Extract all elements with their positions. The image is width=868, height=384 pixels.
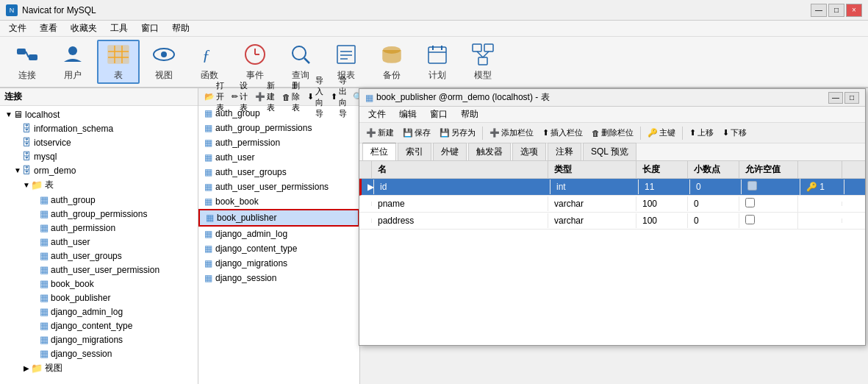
win-saveas-btn[interactable]: 💾 另存为 — [436, 126, 479, 140]
menu-window[interactable]: 窗口 — [135, 21, 165, 36]
cell-null-pname — [739, 196, 798, 212]
toolbar-connect[interactable]: 连接 — [6, 40, 49, 84]
nullable-checkbox-paddress[interactable] — [745, 215, 755, 224]
menu-help[interactable]: 帮助 — [166, 21, 196, 36]
table-row-pname[interactable]: pname varchar 100 0 — [359, 196, 865, 213]
tab-options[interactable]: 选项 — [512, 143, 546, 160]
tree-node-auth-user-groups[interactable]: ▦ auth_user_groups — [1, 249, 196, 263]
win-primary-key-btn[interactable]: 🔑 主键 — [644, 126, 679, 140]
win-menu-window[interactable]: 窗口 — [424, 107, 453, 122]
tab-comments[interactable]: 注释 — [548, 143, 581, 160]
menu-favorites[interactable]: 收藏夹 — [65, 21, 103, 36]
tab-fields[interactable]: 栏位 — [362, 143, 396, 160]
cell-dec-id[interactable]: 0 — [690, 179, 742, 194]
tree-node-django-admin[interactable]: ▦ django_admin_log — [1, 305, 196, 319]
window-minimize-btn[interactable]: — — [828, 92, 843, 104]
table-item-django-content[interactable]: ▦ django_content_type — [198, 241, 359, 256]
win-menu-help[interactable]: 帮助 — [455, 107, 484, 122]
table-row-id[interactable]: ▶ id int 11 0 🔑 1 — [359, 179, 865, 196]
tree-node-book-book[interactable]: ▦ book_book — [1, 277, 196, 291]
cell-type-id[interactable]: int — [550, 179, 639, 194]
tree-node-auth-perm[interactable]: ▦ auth_permission — [1, 221, 196, 235]
toolbar-event[interactable]: 事件 — [234, 40, 276, 84]
win-add-col-btn[interactable]: ➕ 添加栏位 — [486, 126, 537, 140]
win-move-up-btn[interactable]: ⬆ 上移 — [686, 126, 717, 140]
app-title: Navicat for MySQL — [22, 5, 96, 15]
maximize-button[interactable]: □ — [828, 4, 844, 17]
cell-len-pname[interactable]: 100 — [636, 196, 688, 211]
tree-node-django-session[interactable]: ▦ django_session — [1, 346, 196, 360]
user-icon — [61, 43, 85, 66]
toolbar-user[interactable]: 用户 — [51, 40, 94, 84]
toolbar-table[interactable]: 表 — [97, 40, 140, 84]
cell-len-id[interactable]: 11 — [639, 179, 690, 194]
tree-node-iotservice[interactable]: 🗄 iotservice — [1, 135, 196, 149]
menu-file[interactable]: 文件 — [3, 21, 32, 36]
tab-foreignkeys[interactable]: 外键 — [433, 143, 467, 160]
tab-triggers[interactable]: 触发器 — [468, 143, 511, 160]
win-insert-col-btn[interactable]: ⬆ 插入栏位 — [539, 126, 587, 140]
tree-node-localhost[interactable]: ▼ 🖥 localhost — [1, 107, 196, 121]
table-item-book-publisher[interactable]: ▦ book_publisher — [198, 209, 359, 227]
cell-name-pname[interactable]: pname — [372, 196, 548, 211]
tree-node-information-schema[interactable]: 🗄 information_schema — [1, 121, 196, 135]
tree-node-views-folder[interactable]: ▶ 📁 视图 — [1, 360, 196, 376]
close-button[interactable]: × — [846, 4, 862, 17]
cell-name-id[interactable]: id — [374, 179, 550, 194]
table-item-django-admin[interactable]: ▦ django_admin_log — [198, 227, 359, 241]
menu-tools[interactable]: 工具 — [104, 21, 134, 36]
table-item-django-session[interactable]: ▦ django_session — [198, 271, 359, 285]
up-icon: ⬆ — [689, 128, 696, 138]
tree-node-auth-user-user-perm[interactable]: ▦ auth_user_user_permission — [1, 263, 196, 277]
win-new-btn[interactable]: ➕ 新建 — [362, 126, 398, 140]
table-item-auth-perm[interactable]: ▦ auth_permission — [198, 135, 359, 150]
th-decimal: 小数点 — [688, 161, 739, 178]
tree-node-auth-group[interactable]: ▦ auth_group — [1, 193, 196, 207]
table-item-django-migrations[interactable]: ▦ django_migrations — [198, 256, 359, 271]
cell-dec-pname[interactable]: 0 — [688, 196, 739, 211]
tree-node-book-publisher[interactable]: ▦ book_publisher — [1, 291, 196, 305]
win-menu-edit[interactable]: 编辑 — [393, 107, 423, 122]
menu-view[interactable]: 查看 — [34, 21, 63, 36]
tree-node-django-migrations[interactable]: ▦ django_migrations — [1, 333, 196, 346]
cell-type-paddress[interactable]: varchar — [548, 213, 636, 228]
tree-node-auth-group-perm[interactable]: ▦ auth_group_permissions — [1, 207, 196, 221]
window-maximize-btn[interactable]: □ — [844, 92, 859, 104]
toolbar-model[interactable]: 模型 — [462, 40, 504, 84]
separator1 — [482, 127, 483, 140]
tab-indexes[interactable]: 索引 — [398, 143, 431, 160]
query-icon — [289, 43, 312, 66]
toolbar-view[interactable]: 视图 — [143, 40, 185, 84]
table-item-book-book[interactable]: ▦ book_book — [198, 194, 359, 209]
tree-label-iotservice: iotservice — [34, 138, 71, 148]
tree-node-tables-folder[interactable]: ▼ 📁 表 — [1, 177, 196, 193]
tree-node-django-content[interactable]: ▦ django_content_type — [1, 319, 196, 333]
table-item-auth-user-groups[interactable]: ▦ auth_user_groups — [198, 165, 359, 179]
table-item-auth-group-perm[interactable]: ▦ auth_group_permissions — [198, 121, 359, 135]
win-save-btn[interactable]: 💾 保存 — [399, 126, 434, 140]
win-del-col-btn[interactable]: 🗑 删除栏位 — [588, 126, 637, 140]
table-item-auth-group[interactable]: ▦ auth_group — [198, 106, 359, 121]
minimize-button[interactable]: — — [811, 4, 827, 17]
window-controls[interactable]: — □ — [828, 92, 859, 104]
toolbar-backup[interactable]: 备份 — [370, 40, 413, 84]
tree-node-auth-user[interactable]: ▦ auth_user — [1, 235, 196, 249]
cell-len-paddress[interactable]: 100 — [636, 213, 688, 228]
cell-name-paddress[interactable]: paddress — [372, 213, 548, 228]
tab-sql-preview[interactable]: SQL 预览 — [583, 143, 636, 160]
cell-dec-paddress[interactable]: 0 — [688, 213, 739, 228]
win-move-down-btn[interactable]: ⬇ 下移 — [719, 126, 750, 140]
nullable-checkbox-id[interactable] — [747, 181, 757, 191]
cell-type-pname[interactable]: varchar — [548, 196, 636, 211]
table-item-auth-user-user-perm[interactable]: ▦ auth_user_user_permissions — [198, 179, 359, 194]
table-row-paddress[interactable]: paddress varchar 100 0 — [359, 213, 865, 230]
title-bar-controls[interactable]: — □ × — [811, 4, 862, 17]
win-menu-file[interactable]: 文件 — [362, 107, 392, 122]
tree-node-orm-demo[interactable]: ▼ 🗄 orm_demo — [1, 163, 196, 177]
toolbar-func[interactable]: ƒ 函数 — [188, 40, 231, 84]
table-item-auth-user[interactable]: ▦ auth_user — [198, 150, 359, 165]
toolbar-schedule[interactable]: 计划 — [416, 40, 459, 84]
table-list: ▦ auth_group ▦ auth_group_permissions ▦ … — [198, 106, 359, 384]
tree-node-mysql[interactable]: 🗄 mysql — [1, 149, 196, 163]
nullable-checkbox-pname[interactable] — [745, 198, 755, 207]
